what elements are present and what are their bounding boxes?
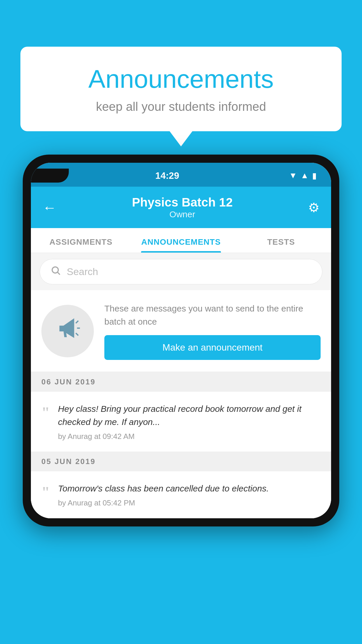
announcement-prompt-right: These are messages you want to send to t…: [104, 302, 321, 360]
make-announcement-button[interactable]: Make an announcement: [104, 335, 321, 360]
tab-tests[interactable]: TESTS: [231, 228, 331, 253]
announcement-item-2[interactable]: " Tomorrow's class has been cancelled du…: [31, 471, 331, 518]
signal-icon: ▲: [301, 171, 309, 180]
phone-outer: 14:29 ▼ ▲ ▮ ← Physics Batch 12 Owner ⚙ A…: [23, 155, 339, 526]
search-icon: [50, 265, 61, 278]
app-bar-title: Physics Batch 12: [132, 195, 233, 209]
wifi-icon: ▼: [289, 171, 297, 180]
megaphone-icon: [55, 315, 81, 347]
battery-icon: ▮: [312, 171, 317, 181]
announcement-meta-1: by Anurag at 09:42 AM: [58, 432, 321, 441]
announcement-content-1: Hey class! Bring your practical record b…: [58, 402, 321, 441]
phone-mockup: 14:29 ▼ ▲ ▮ ← Physics Batch 12 Owner ⚙ A…: [23, 155, 339, 526]
date-separator-1: 06 JUN 2019: [31, 372, 331, 392]
tab-announcements[interactable]: ANNOUNCEMENTS: [131, 228, 231, 253]
announcement-icon-circle: [41, 305, 94, 357]
svg-line-4: [76, 333, 78, 335]
search-box[interactable]: Search: [40, 259, 322, 284]
announcement-text-2: Tomorrow's class has been cancelled due …: [58, 482, 321, 495]
svg-line-2: [76, 321, 78, 323]
tabs-container: ASSIGNMENTS ANNOUNCEMENTS TESTS: [31, 228, 331, 253]
speech-bubble-title: Announcements: [38, 64, 324, 94]
tab-assignments[interactable]: ASSIGNMENTS: [31, 228, 131, 253]
status-bar: 14:29 ▼ ▲ ▮: [31, 163, 331, 187]
back-button[interactable]: ←: [43, 200, 57, 216]
notch: [31, 169, 69, 183]
app-bar: ← Physics Batch 12 Owner ⚙: [31, 187, 331, 228]
announcement-text-1: Hey class! Bring your practical record b…: [58, 402, 321, 428]
announcement-meta-2: by Anurag at 05:42 PM: [58, 498, 321, 508]
app-bar-subtitle: Owner: [132, 209, 233, 219]
phone-inner: 14:29 ▼ ▲ ▮ ← Physics Batch 12 Owner ⚙ A…: [31, 163, 331, 518]
announcement-prompt: These are messages you want to send to t…: [31, 290, 331, 372]
search-placeholder: Search: [67, 266, 98, 277]
settings-icon[interactable]: ⚙: [308, 200, 319, 215]
quote-icon-1: ": [41, 404, 50, 421]
announcement-prompt-description: These are messages you want to send to t…: [104, 302, 321, 328]
date-label-2: 05 JUN 2019: [41, 457, 96, 466]
speech-bubble-subtitle: keep all your students informed: [38, 100, 324, 114]
speech-bubble: Announcements keep all your students inf…: [20, 47, 342, 131]
announcement-content-2: Tomorrow's class has been cancelled due …: [58, 482, 321, 508]
status-icons: ▼ ▲ ▮: [289, 171, 317, 181]
search-container: Search: [31, 253, 331, 290]
quote-icon-2: ": [41, 484, 50, 501]
date-label-1: 06 JUN 2019: [41, 377, 96, 386]
date-separator-2: 05 JUN 2019: [31, 452, 331, 471]
app-bar-center: Physics Batch 12 Owner: [132, 195, 233, 219]
speech-bubble-container: Announcements keep all your students inf…: [20, 47, 342, 131]
svg-line-1: [58, 272, 60, 274]
status-time: 14:29: [155, 170, 179, 181]
announcement-item-1[interactable]: " Hey class! Bring your practical record…: [31, 392, 331, 452]
